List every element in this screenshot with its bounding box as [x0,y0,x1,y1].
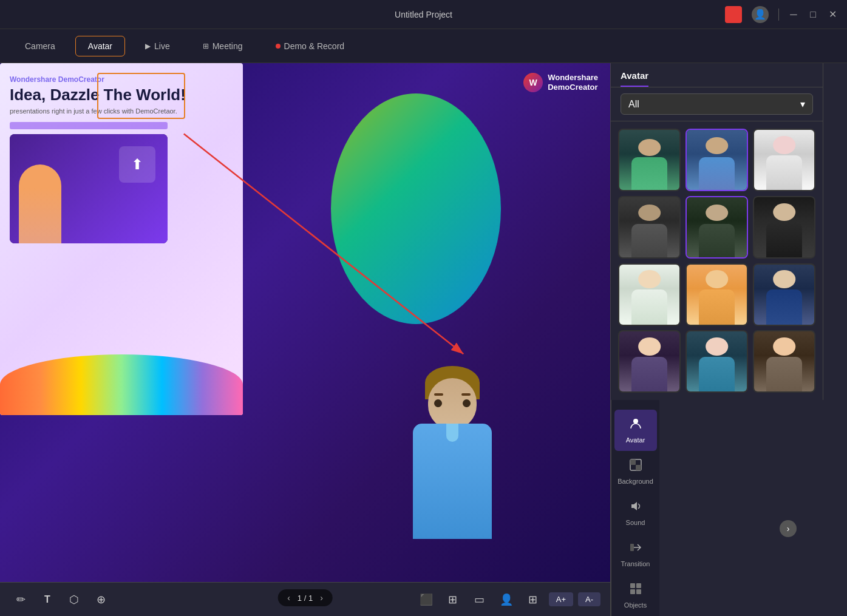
svg-rect-8 [630,583,635,588]
transition-icon [629,541,642,558]
layout2-button[interactable]: ⊞ [442,589,464,611]
avatar-figure-2 [687,130,747,190]
logo-circle: W [523,73,543,92]
page-indicator: 1 / 1 [298,594,313,603]
transition-icon-label: Transition [621,560,650,567]
layout1-icon: ⬛ [420,593,433,606]
close-button[interactable]: ✕ [828,10,837,19]
avatar-grid-header: Avatar [611,63,823,87]
svg-rect-11 [636,589,641,594]
page-prev-button[interactable]: ‹ [287,593,290,603]
scroll-more-button[interactable]: › [780,520,797,537]
stamp-tool-button[interactable]: ⊕ [90,589,112,611]
avatar-figure-4 [619,197,679,257]
canvas-area: W Wondershare DemoCreator Wondershare De… [0,63,610,616]
sidebar-item-background[interactable]: Background [614,451,657,492]
sidebar-item-sound[interactable]: Sound [614,492,657,533]
canvas-content: W Wondershare DemoCreator Wondershare De… [0,63,610,582]
shape-icon: ⬡ [69,593,79,606]
avatar-figure-10 [619,331,679,391]
svg-rect-7 [630,544,634,551]
avatar-card-3[interactable] [753,129,815,191]
avatar-figure-8 [687,265,747,325]
svg-rect-10 [630,589,635,594]
avatar-card-10[interactable] [618,330,681,393]
svg-point-2 [633,419,638,424]
brand-logo: W Wondershare DemoCreator [523,73,598,92]
font-increase-button[interactable]: A+ [549,592,573,606]
avatar-card-8[interactable] [685,263,748,326]
slide-title: Idea, Dazzle The World! [10,86,233,104]
maximize-button[interactable]: □ [808,10,818,19]
layout1-button[interactable]: ⬛ [415,589,437,611]
side-icons-panel: Avatar Background [611,400,659,616]
font-decrease-button[interactable]: A- [578,592,600,606]
nav-bar: Camera Avatar ▶ Live ⊞ Meeting Demo & Re… [0,29,847,63]
avatar-card-5[interactable] [685,196,748,259]
avatar-card-4[interactable] [618,196,681,259]
avatar-card-1[interactable] [618,129,681,191]
background-icon [629,458,642,475]
logo-text: Wondershare DemoCreator [548,73,598,92]
user-icon[interactable]: 👤 [752,6,769,23]
chevron-down-icon: ▾ [800,98,805,110]
sound-icon-label: Sound [626,519,645,526]
stamp-icon: ⊕ [97,593,106,606]
filter-label: All [628,99,639,110]
page-next-button[interactable]: › [320,593,323,603]
avatar-grid [611,121,823,400]
group-icon: ⊞ [528,593,537,606]
layout2-icon: ⊞ [448,593,457,606]
draw-tool-button[interactable]: ✏ [10,589,32,611]
sidebar-item-avatar[interactable]: Avatar [614,410,657,451]
rainbow-wave [0,354,243,415]
avatar-card-11[interactable] [685,330,748,393]
title-bar-controls: 👤 ─ □ ✕ [725,6,837,23]
avatar-grid-panel: Avatar All ▾ [611,63,823,400]
avatar-card-2[interactable] [685,129,748,191]
layout3-button[interactable]: ▭ [469,589,491,611]
group-button[interactable]: ⊞ [522,589,544,611]
avatar-tab[interactable]: Avatar [75,36,125,56]
shape-tool-button[interactable]: ⬡ [63,589,85,611]
record-button[interactable] [725,6,742,23]
text-tool-button[interactable]: T [36,589,58,611]
avatar-card-7[interactable] [618,263,681,326]
avatar-figure-12 [754,331,814,391]
objects-icon-label: Objects [624,601,647,609]
demo-record-tab[interactable]: Demo & Record [263,36,358,56]
avatar-figure-1 [619,130,679,190]
person-button[interactable]: 👤 [495,589,517,611]
avatar-card-12[interactable] [753,330,815,393]
camera-tab[interactable]: Camera [12,36,68,56]
slide-panel: Wondershare DemoCreator Idea, Dazzle The… [0,63,243,415]
live-indicator [276,44,281,49]
slide-mockup-inner: ⬆ [10,134,168,243]
svg-rect-4 [630,459,636,465]
sidebar-item-transition[interactable]: Transition [614,533,657,575]
right-panel: Avatar All ▾ [610,63,847,616]
svg-rect-5 [636,465,641,470]
objects-icon [629,582,642,599]
avatar-card-9[interactable] [753,263,815,326]
avatar-tab-label: Avatar [621,70,648,87]
minimize-button[interactable]: ─ [789,10,798,19]
avatar-figure-6 [754,197,814,257]
svg-marker-6 [631,502,637,510]
avatar-icon-label: Avatar [626,436,645,444]
avatar-card-6[interactable] [753,196,815,259]
separator [778,8,779,21]
svg-rect-9 [636,583,641,588]
layout3-icon: ▭ [474,593,485,606]
live-tab[interactable]: ▶ Live [132,36,183,56]
filter-dropdown[interactable]: All ▾ [621,93,813,115]
sidebar-item-objects[interactable]: Objects [614,575,657,616]
title-bar: Untitled Project 👤 ─ □ ✕ [0,0,847,29]
filter-row: All ▾ [611,87,823,121]
meeting-tab[interactable]: ⊞ Meeting [190,36,256,56]
avatar-figure-7 [619,265,679,325]
main-layout: W Wondershare DemoCreator Wondershare De… [0,63,847,616]
avatar-figure-5 [687,197,747,257]
background-icon-label: Background [617,478,653,485]
avatar-figure-11 [687,331,747,391]
